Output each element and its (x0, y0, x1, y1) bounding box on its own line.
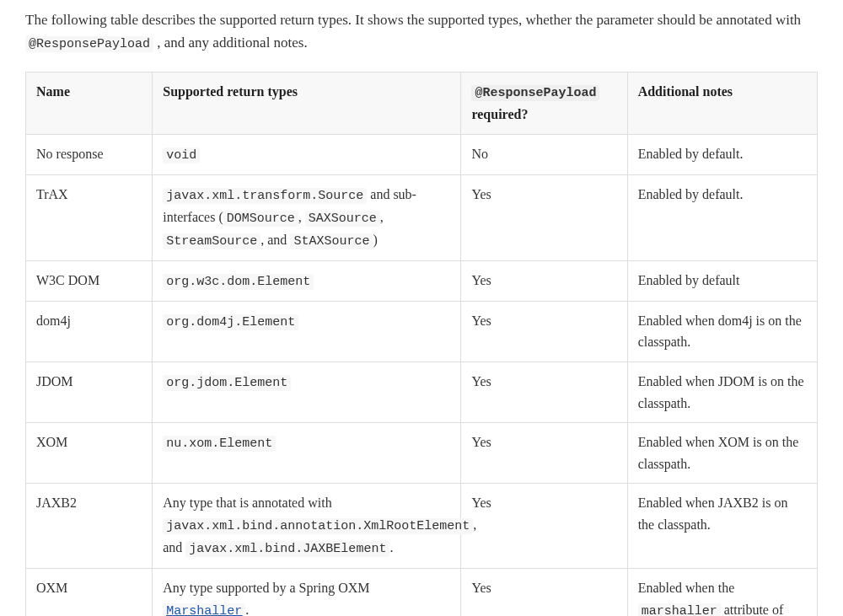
cell-notes: Enabled when JAXB2 is on the classpath. (627, 484, 817, 569)
table-row: TrAX javax.xml.transform.Source and sub-… (26, 174, 818, 260)
table-row: XOM nu.xom.Element Yes Enabled when XOM … (26, 423, 818, 484)
cell-required: Yes (461, 568, 627, 616)
cell-types: Any type that is annotated with javax.xm… (153, 484, 461, 569)
cell-types: org.w3c.dom.Element (153, 260, 461, 301)
type-code: javax.xml.transform.Source (163, 188, 367, 204)
cell-notes: Enabled when dom4j is on the classpath. (627, 301, 817, 362)
intro-code: @ResponsePayload (25, 36, 153, 52)
cell-types: org.dom4j.Element (153, 301, 461, 362)
return-types-table: Name Supported return types @ResponsePay… (25, 72, 818, 616)
intro-text-1: The following table describes the suppor… (25, 12, 801, 28)
cell-notes: Enabled by default (627, 260, 817, 301)
cell-types: void (153, 134, 461, 174)
type-code: void (163, 147, 200, 163)
header-required: @ResponsePayload required? (461, 72, 627, 135)
cell-required: Yes (461, 423, 627, 484)
header-types: Supported return types (153, 72, 461, 135)
cell-types: org.jdom.Element (153, 362, 461, 422)
cell-name: No response (26, 134, 153, 174)
cell-name: W3C DOM (26, 260, 153, 301)
type-code: org.dom4j.Element (163, 314, 298, 330)
table-row: JAXB2 Any type that is annotated with ja… (26, 484, 818, 569)
cell-notes: Enabled by default. (627, 174, 817, 260)
cell-types: Any type supported by a Spring OXM Marsh… (153, 568, 461, 616)
table-header-row: Name Supported return types @ResponsePay… (26, 72, 818, 135)
type-code: Marshaller (163, 603, 245, 616)
cell-notes: Enabled when XOM is on the classpath. (627, 423, 817, 484)
type-code: org.jdom.Element (163, 375, 291, 391)
type-code: org.w3c.dom.Element (163, 274, 314, 290)
intro-text-2: , and any additional notes. (157, 35, 307, 51)
intro-paragraph: The following table describes the suppor… (25, 8, 818, 55)
cell-name: dom4j (26, 301, 153, 362)
type-code: StAXSource (290, 233, 373, 249)
table-row: No response void No Enabled by default. (26, 134, 818, 174)
cell-notes: Enabled when the marshaller attribute of… (627, 568, 817, 616)
table-row: OXM Any type supported by a Spring OXM M… (26, 568, 818, 616)
header-required-code: @ResponsePayload (471, 85, 599, 101)
cell-required: Yes (461, 484, 627, 569)
table-row: W3C DOM org.w3c.dom.Element Yes Enabled … (26, 260, 818, 301)
type-code: SAXSource (305, 211, 380, 227)
cell-notes: Enabled when JDOM is on the classpath. (627, 362, 817, 422)
cell-required: Yes (461, 301, 627, 362)
type-code: javax.xml.bind.JAXBElement (185, 541, 389, 557)
cell-required: Yes (461, 362, 627, 422)
type-code: javax.xml.bind.annotation.XmlRootElement (163, 518, 473, 534)
cell-required: Yes (461, 260, 627, 301)
header-required-text: required? (471, 107, 528, 121)
type-code: nu.xom.Element (163, 436, 276, 452)
header-notes: Additional notes (627, 72, 817, 135)
cell-name: JDOM (26, 362, 153, 422)
cell-name: JAXB2 (26, 484, 153, 569)
type-code: DOMSource (223, 211, 298, 227)
cell-types: javax.xml.transform.Source and sub-inter… (153, 174, 461, 260)
cell-required: Yes (461, 174, 627, 260)
table-row: dom4j org.dom4j.Element Yes Enabled when… (26, 301, 818, 362)
cell-required: No (461, 134, 627, 174)
table-row: JDOM org.jdom.Element Yes Enabled when J… (26, 362, 818, 422)
header-name: Name (26, 72, 153, 135)
notes-code: marshaller (638, 603, 721, 616)
marshaller-link[interactable]: Marshaller (163, 603, 245, 616)
cell-name: TrAX (26, 174, 153, 260)
cell-notes: Enabled by default. (627, 134, 817, 174)
cell-types: nu.xom.Element (153, 423, 461, 484)
cell-name: OXM (26, 568, 153, 616)
cell-name: XOM (26, 423, 153, 484)
type-code: StreamSource (163, 233, 260, 249)
